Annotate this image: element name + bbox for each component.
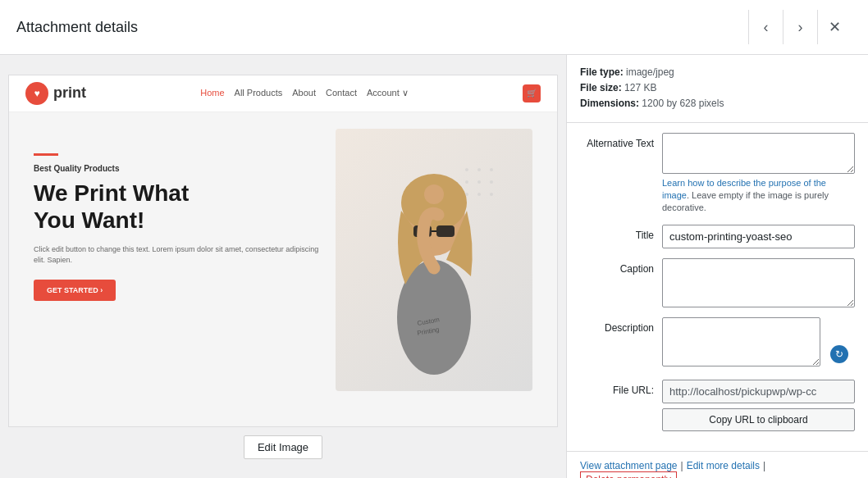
description-label: Description bbox=[580, 317, 654, 334]
next-button[interactable]: › bbox=[783, 10, 817, 44]
hero-subtitle: Best Quality Products bbox=[34, 164, 319, 173]
svg-point-8 bbox=[490, 193, 493, 196]
site-hero: Best Quality Products We Print What You … bbox=[9, 112, 557, 407]
hero-image: Custom Printing bbox=[336, 129, 532, 391]
hero-title-line2: You Want! bbox=[34, 207, 144, 233]
delete-permanently-link[interactable]: Delete permanently bbox=[580, 471, 677, 478]
close-button[interactable]: ✕ bbox=[817, 10, 852, 44]
svg-point-0 bbox=[465, 168, 468, 171]
svg-point-3 bbox=[465, 180, 468, 184]
modal-header: Attachment details ‹ › ✕ bbox=[0, 0, 868, 55]
copy-url-button[interactable]: Copy URL to clipboard bbox=[662, 408, 855, 431]
modal-body: ♥ print Home All Products About Contact … bbox=[0, 55, 868, 478]
title-row: Title bbox=[580, 225, 855, 248]
left-panel: ♥ print Home All Products About Contact … bbox=[0, 55, 566, 478]
right-panel: File type: image/jpeg File size: 127 KB … bbox=[566, 55, 868, 478]
svg-point-17 bbox=[424, 184, 444, 204]
view-attachment-link[interactable]: View attachment page bbox=[580, 460, 678, 471]
svg-point-4 bbox=[477, 180, 481, 184]
modal-nav: ‹ › ✕ bbox=[748, 10, 852, 44]
image-preview: ♥ print Home All Products About Contact … bbox=[8, 75, 558, 427]
description-row: Description ↻ bbox=[580, 317, 855, 370]
caption-label: Caption bbox=[580, 258, 654, 275]
modal-title: Attachment details bbox=[16, 19, 138, 36]
svg-rect-15 bbox=[436, 225, 455, 237]
hero-accent bbox=[34, 153, 58, 156]
caption-input[interactable] bbox=[662, 258, 855, 307]
file-url-input bbox=[662, 380, 855, 403]
fields-section: Alternative Text Learn how to describe t… bbox=[567, 123, 868, 451]
description-wrapper: ↻ bbox=[662, 317, 855, 370]
prev-button[interactable]: ‹ bbox=[748, 10, 783, 44]
logo-text: print bbox=[53, 84, 86, 102]
svg-point-2 bbox=[490, 168, 493, 171]
alt-text-label: Alternative Text bbox=[580, 133, 654, 149]
caption-row: Caption bbox=[580, 258, 855, 307]
file-type: File type: image/jpeg bbox=[580, 65, 855, 80]
logo-icon: ♥ bbox=[25, 82, 48, 105]
file-dimensions: Dimensions: 1200 by 628 pixels bbox=[580, 96, 855, 112]
alt-text-wrapper: Learn how to describe the purpose of the… bbox=[662, 133, 855, 215]
file-url-wrapper: Copy URL to clipboard bbox=[662, 380, 855, 431]
file-size: File size: 127 KB bbox=[580, 80, 855, 96]
site-header: ♥ print Home All Products About Contact … bbox=[9, 75, 557, 112]
cart-icon: 🛒 bbox=[523, 84, 541, 102]
nav-account: Account ∨ bbox=[367, 88, 409, 98]
edit-more-link[interactable]: Edit more details bbox=[687, 460, 760, 471]
hero-title-line1: We Print What bbox=[34, 180, 189, 206]
alt-text-input[interactable] bbox=[662, 133, 855, 174]
site-logo: ♥ print bbox=[25, 82, 86, 105]
site-nav: Home All Products About Contact Account … bbox=[200, 88, 409, 98]
site-preview: ♥ print Home All Products About Contact … bbox=[9, 75, 557, 426]
refresh-icon[interactable]: ↻ bbox=[830, 345, 848, 363]
hero-svg: Custom Printing bbox=[352, 137, 516, 383]
edit-image-button[interactable]: Edit Image bbox=[244, 435, 322, 459]
hero-desc: Click edit button to change this text. L… bbox=[34, 244, 319, 266]
svg-point-7 bbox=[477, 193, 481, 196]
file-url-label: File URL: bbox=[580, 380, 654, 396]
nav-products: All Products bbox=[235, 88, 283, 98]
separator-2: | bbox=[763, 460, 765, 471]
edit-image-btn-container: Edit Image bbox=[244, 435, 322, 459]
file-info: File type: image/jpeg File size: 127 KB … bbox=[567, 55, 868, 123]
description-input[interactable] bbox=[662, 317, 820, 366]
file-url-row: File URL: Copy URL to clipboard bbox=[580, 380, 855, 431]
separator-1: | bbox=[681, 460, 683, 471]
nav-home: Home bbox=[200, 88, 224, 98]
alt-text-help: Learn how to describe the purpose of the… bbox=[662, 177, 855, 215]
nav-contact: Contact bbox=[326, 88, 357, 98]
title-label: Title bbox=[580, 225, 654, 241]
hero-title: We Print What You Want! bbox=[34, 180, 319, 234]
hero-cta-button[interactable]: GET STARTED › bbox=[34, 280, 116, 301]
svg-point-1 bbox=[477, 168, 481, 171]
alt-text-row: Alternative Text Learn how to describe t… bbox=[580, 133, 855, 215]
nav-about: About bbox=[292, 88, 316, 98]
hero-text: Best Quality Products We Print What You … bbox=[34, 129, 319, 391]
modal-container: Attachment details ‹ › ✕ ♥ print bbox=[0, 0, 868, 478]
svg-point-5 bbox=[490, 180, 493, 184]
title-input[interactable] bbox=[662, 225, 855, 248]
footer-links: View attachment page | Edit more details… bbox=[567, 451, 868, 478]
